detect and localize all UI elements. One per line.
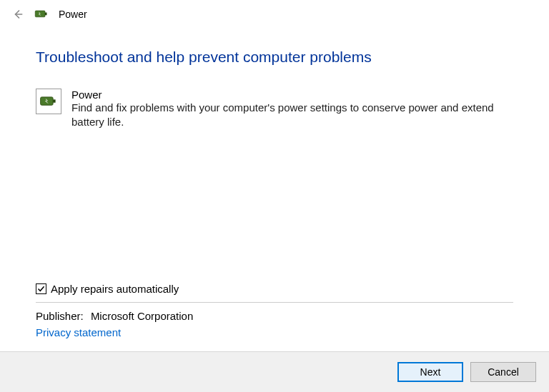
troubleshooter-block: Power Find and fix problems with your co…: [36, 89, 513, 130]
apply-repairs-row: Apply repairs automatically: [36, 283, 513, 295]
dialog-content: Troubleshoot and help prevent computer p…: [0, 27, 549, 351]
arrow-left-icon: [10, 7, 24, 21]
troubleshooter-icon: [36, 89, 61, 114]
publisher-value: Microsoft Corporation: [91, 310, 193, 322]
apply-repairs-checkbox[interactable]: [36, 283, 46, 294]
troubleshooter-description: Find and fix problems with your computer…: [71, 101, 513, 130]
publisher-label: Publisher:: [36, 310, 84, 322]
back-button[interactable]: [10, 7, 24, 21]
power-troubleshooter-icon: [34, 7, 49, 21]
page-heading: Troubleshoot and help prevent computer p…: [36, 49, 513, 66]
dialog-footer: Next Cancel: [0, 351, 549, 392]
checkmark-icon: [36, 284, 46, 293]
troubleshooter-title: Power: [71, 89, 513, 101]
dialog-header: Power: [0, 0, 549, 27]
apply-repairs-label[interactable]: Apply repairs automatically: [51, 283, 179, 295]
cancel-button[interactable]: Cancel: [470, 362, 536, 382]
privacy-statement-link[interactable]: Privacy statement: [36, 326, 513, 338]
svg-rect-5: [53, 99, 56, 102]
svg-rect-2: [45, 13, 47, 16]
publisher-row: Publisher: Microsoft Corporation: [36, 310, 513, 322]
svg-rect-4: [41, 97, 54, 105]
divider: [36, 302, 513, 303]
next-button[interactable]: Next: [397, 362, 463, 382]
dialog-title: Power: [59, 9, 87, 20]
